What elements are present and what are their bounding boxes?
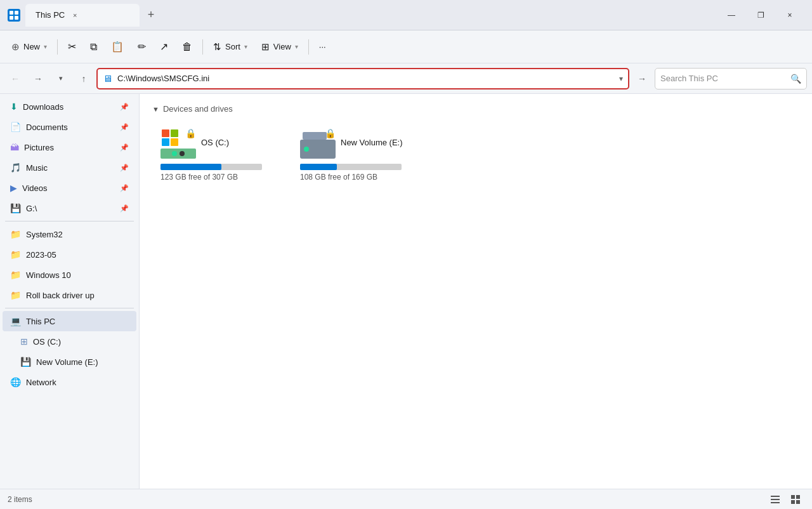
- delete-icon: 🗑: [182, 41, 192, 53]
- sidebar-item-new-volume[interactable]: 💾 New Volume (E:): [3, 352, 136, 372]
- copy-button[interactable]: ⧉: [84, 36, 103, 58]
- paste-button[interactable]: 📋: [105, 36, 130, 58]
- view-icon: ⊞: [261, 41, 270, 53]
- new-icon: ⊕: [11, 41, 20, 53]
- search-icon[interactable]: 🔍: [790, 74, 801, 84]
- share-button[interactable]: ↗: [154, 36, 174, 58]
- delete-button[interactable]: 🗑: [176, 36, 199, 58]
- window-controls: — ❐ ×: [717, 5, 804, 25]
- minimize-button[interactable]: —: [717, 5, 746, 25]
- status-bar: 2 items: [0, 489, 812, 509]
- section-header-devices: ▼ Devices and drives: [152, 104, 799, 114]
- sidebar-item-2023-05[interactable]: 📁 2023-05: [3, 244, 136, 265]
- tab-area: This PC × +: [25, 4, 712, 27]
- drive-card-e[interactable]: 🔒 New Volume (E:) 108 GB free of 169 GB: [292, 121, 419, 188]
- cut-button[interactable]: ✂: [62, 36, 82, 58]
- search-wrap[interactable]: Search This PC 🔍: [655, 68, 807, 89]
- new-button[interactable]: ⊕ New ▾: [5, 36, 53, 58]
- svg-rect-2: [10, 16, 13, 20]
- downloads-pin-icon: 📌: [120, 103, 129, 111]
- copy-icon: ⧉: [90, 41, 97, 53]
- back-button[interactable]: ←: [5, 69, 25, 89]
- forward-button[interactable]: →: [28, 69, 48, 89]
- sidebar-item-windows10[interactable]: 📁 Windows 10: [3, 265, 136, 285]
- e-drive-free-label: 108 GB free of 169 GB: [300, 173, 410, 182]
- tab-this-pc[interactable]: This PC ×: [25, 4, 140, 27]
- toolbar-separator-1: [57, 39, 58, 55]
- list-view-button[interactable]: [766, 492, 784, 507]
- up-button[interactable]: ↑: [74, 69, 94, 89]
- os-c-icon: ⊞: [20, 336, 28, 347]
- recent-button[interactable]: ▾: [51, 69, 71, 89]
- sidebar-network-label: Network: [26, 378, 129, 387]
- sidebar-system32-label: System32: [26, 230, 129, 239]
- network-icon: 🌐: [10, 377, 21, 387]
- tab-label: This PC: [36, 10, 65, 20]
- section-collapse-icon[interactable]: ▼: [152, 105, 159, 113]
- rename-button[interactable]: ✏: [131, 36, 152, 58]
- paste-icon: 📋: [111, 41, 124, 53]
- e-drive-bar-wrap: [300, 164, 402, 170]
- drives-grid: 🔒 OS (C:) 123 GB free of 307 GB: [152, 121, 799, 188]
- g-drive-icon: 💾: [10, 203, 21, 213]
- c-drive-free-label: 123 GB free of 307 GB: [160, 173, 271, 182]
- svg-rect-8: [796, 495, 800, 499]
- cut-icon: ✂: [68, 41, 76, 53]
- sidebar-music-label: Music: [26, 163, 115, 173]
- documents-icon: 📄: [10, 122, 21, 132]
- sidebar-item-downloads[interactable]: ⬇ Downloads 📌: [3, 96, 136, 117]
- svg-rect-1: [15, 11, 18, 15]
- music-pin-icon: 📌: [120, 164, 129, 172]
- pictures-pin-icon: 📌: [120, 143, 129, 152]
- svg-rect-9: [791, 500, 795, 504]
- new-volume-icon: 💾: [20, 357, 31, 367]
- sidebar-rollback-label: Roll back driver up: [26, 291, 129, 300]
- sort-button[interactable]: ⇅ Sort ▾: [207, 36, 254, 58]
- sidebar-item-network[interactable]: 🌐 Network: [3, 372, 136, 392]
- svg-rect-5: [771, 499, 780, 500]
- tab-close-button[interactable]: ×: [70, 10, 80, 20]
- title-bar: This PC × + — ❐ ×: [0, 0, 812, 30]
- sidebar-new-volume-label: New Volume (E:): [36, 357, 129, 367]
- app-icon: [8, 9, 20, 22]
- downloads-icon: ⬇: [10, 102, 18, 112]
- main-layout: ⬇ Downloads 📌 📄 Documents 📌 🏔 Pictures 📌…: [0, 94, 812, 489]
- sidebar-item-videos[interactable]: ▶ Videos 📌: [3, 178, 136, 198]
- sidebar-item-g-drive[interactable]: 💾 G:\ 📌: [3, 198, 136, 218]
- address-input-wrap[interactable]: 🖥 C:\Windows\SMSCFG.ini ▾: [96, 68, 629, 89]
- sidebar-item-this-pc[interactable]: 💻 This PC: [3, 311, 136, 331]
- e-drive-visual: 🔒: [300, 128, 336, 159]
- item-count: 2 items: [8, 495, 32, 504]
- sidebar-item-os-c[interactable]: ⊞ OS (C:): [3, 331, 136, 352]
- sidebar: ⬇ Downloads 📌 📄 Documents 📌 🏔 Pictures 📌…: [0, 94, 140, 489]
- sidebar-item-documents[interactable]: 📄 Documents 📌: [3, 117, 136, 137]
- sidebar-g-drive-label: G:\: [26, 204, 115, 213]
- grid-view-button[interactable]: [787, 492, 804, 507]
- sidebar-item-rollback[interactable]: 📁 Roll back driver up: [3, 285, 136, 305]
- this-pc-icon: 💻: [10, 316, 21, 326]
- close-button[interactable]: ×: [775, 5, 804, 25]
- sidebar-item-pictures[interactable]: 🏔 Pictures 📌: [3, 137, 136, 157]
- new-tab-button[interactable]: +: [142, 6, 160, 24]
- more-button[interactable]: ···: [313, 36, 332, 58]
- address-bar: ← → ▾ ↑ 🖥 C:\Windows\SMSCFG.ini ▾ → Sear…: [0, 63, 812, 94]
- more-icon: ···: [319, 42, 326, 51]
- 2023-05-icon: 📁: [10, 249, 21, 260]
- address-path: C:\Windows\SMSCFG.ini: [117, 74, 614, 83]
- toolbar: ⊕ New ▾ ✂ ⧉ 📋 ✏ ↗ 🗑 ⇅ Sort ▾ ⊞ View ▾ ··…: [0, 30, 812, 63]
- view-button[interactable]: ⊞ View ▾: [255, 36, 304, 58]
- sidebar-separator-1: [5, 221, 134, 221]
- sidebar-item-system32[interactable]: 📁 System32: [3, 224, 136, 244]
- address-dropdown-icon[interactable]: ▾: [619, 74, 623, 83]
- navigate-button[interactable]: →: [632, 69, 652, 89]
- rollback-icon: 📁: [10, 290, 21, 300]
- sort-icon: ⇅: [213, 41, 221, 53]
- sidebar-item-music[interactable]: 🎵 Music 📌: [3, 157, 136, 178]
- svg-rect-4: [771, 496, 780, 497]
- windows10-icon: 📁: [10, 270, 21, 280]
- maximize-button[interactable]: ❐: [746, 5, 775, 25]
- svg-rect-7: [791, 495, 795, 499]
- sidebar-separator-2: [5, 308, 134, 308]
- drive-card-c[interactable]: 🔒 OS (C:) 123 GB free of 307 GB: [152, 121, 279, 188]
- toolbar-separator-2: [202, 39, 203, 55]
